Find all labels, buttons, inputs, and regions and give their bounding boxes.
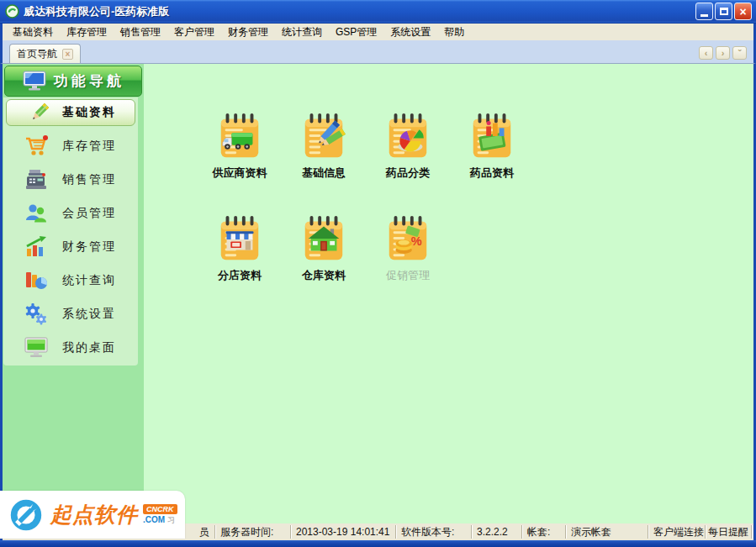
window-controls: × <box>695 3 752 20</box>
main-icon-promotion[interactable]: % 促销管理 <box>366 214 450 283</box>
app-logo-icon <box>5 4 19 18</box>
monitor-icon <box>22 71 47 92</box>
main-icon-supplier-data[interactable]: 供应商资料 <box>198 112 282 181</box>
sidebar-header-label: 功能导航 <box>54 71 124 91</box>
menu-bar: 基础资料 库存管理 销售管理 客户管理 财务管理 统计查询 GSP管理 系统设置… <box>0 24 756 40</box>
sidebar-item-statistics[interactable]: 统计查询 <box>3 264 138 297</box>
app-icon-label: 仓库资料 <box>302 268 346 283</box>
tab-bar: 首页导航 × ‹ › ˇ <box>0 40 756 64</box>
cart-icon <box>24 134 49 158</box>
drug-data-chart-icon <box>468 112 516 160</box>
minimize-icon <box>700 14 708 17</box>
sidebar-item-sales[interactable]: 销售管理 <box>3 163 138 197</box>
app-icon-label: 供应商资料 <box>213 166 267 181</box>
promotion-coins-icon: % <box>383 214 432 263</box>
title-bar: 威达科技有限公司-医药标准版 × <box>0 0 756 24</box>
watermark-badge: CNCRK .COM 习 <box>143 504 177 526</box>
tab-list-dropdown-button[interactable]: ˇ <box>732 46 747 60</box>
icon-row-1: 供应商资料 <box>198 112 753 181</box>
gears-icon <box>24 302 49 326</box>
sidebar-item-label: 财务管理 <box>62 239 116 255</box>
tab-close-icon[interactable]: × <box>62 49 73 60</box>
status-version-value: 3.2.2.2 <box>471 525 521 539</box>
svg-text:%: % <box>411 234 422 248</box>
sidebar-item-system-settings[interactable]: 系统设置 <box>3 297 138 331</box>
menu-item-system-settings[interactable]: 系统设置 <box>383 24 437 41</box>
watermark-badge-bottom: .COM 习 <box>143 515 175 526</box>
members-icon <box>24 202 49 225</box>
app-icon-label: 药品分类 <box>386 166 430 181</box>
tab-scroll-left-button[interactable]: ‹ <box>699 46 713 60</box>
maximize-button[interactable] <box>715 3 732 20</box>
sidebar-header: 功能导航 <box>4 66 142 97</box>
sidebar-item-my-desktop[interactable]: 我的桌面 <box>3 331 138 365</box>
window-bottom-border <box>0 540 756 547</box>
app-icon-label: 促销管理 <box>386 268 430 283</box>
close-button[interactable]: × <box>734 3 752 20</box>
sidebar-item-label: 库存管理 <box>62 139 116 154</box>
icon-row-2: 分店资料 仓库资料 <box>198 214 753 283</box>
sidebar-item-inventory[interactable]: 库存管理 <box>3 129 138 163</box>
tab-label: 首页导航 <box>17 47 57 61</box>
menu-item-finance[interactable]: 财务管理 <box>221 24 275 41</box>
close-icon: × <box>739 6 746 18</box>
menu-item-basic-data[interactable]: 基础资料 <box>6 24 60 41</box>
main-icon-warehouse-data[interactable]: 仓库资料 <box>282 214 366 283</box>
sidebar-item-label: 统计查询 <box>62 273 116 288</box>
app-icon-label: 分店资料 <box>218 268 262 283</box>
main-icon-drug-data[interactable]: 药品资料 <box>450 112 534 181</box>
status-overflow: 万 <box>751 525 756 539</box>
supplier-truck-icon <box>215 112 264 160</box>
watermark-overlay: 起点软件 CNCRK .COM 习 <box>0 491 185 539</box>
app-icon-label: 药品资料 <box>470 166 514 181</box>
status-account-label: 帐套: <box>521 525 565 539</box>
status-daily-reminder: 每日提醒 <box>705 525 751 539</box>
sidebar-item-basic-data[interactable]: 基础资料 <box>6 99 135 126</box>
menu-item-statistics[interactable]: 统计查询 <box>275 24 329 41</box>
status-server-time-label: 服务器时间: <box>214 525 290 539</box>
main-icon-basic-info[interactable]: 基础信息 <box>282 112 366 181</box>
menu-item-help[interactable]: 帮助 <box>437 24 471 41</box>
menu-item-sales[interactable]: 销售管理 <box>114 24 167 41</box>
sidebar-item-label: 系统设置 <box>62 307 116 322</box>
sidebar: 功能导航 基础资料 <box>3 64 144 523</box>
main-icon-drug-category[interactable]: 药品分类 <box>366 112 450 181</box>
menu-item-gsp[interactable]: GSP管理 <box>329 24 383 41</box>
sidebar-item-label: 销售管理 <box>62 172 116 187</box>
pencil-icon <box>29 102 50 124</box>
basic-info-pencils-icon <box>299 112 348 160</box>
status-version-label: 软件版本号: <box>395 525 471 539</box>
tab-nav-buttons: ‹ › ˇ <box>699 46 747 60</box>
minimize-button[interactable] <box>695 3 713 20</box>
watermark-suffix: 习 <box>167 516 175 524</box>
sidebar-item-label: 会员管理 <box>62 206 116 221</box>
status-client-connection: 客户端连接 <box>648 525 705 539</box>
stats-books-icon <box>24 269 49 292</box>
main-panel: 供应商资料 <box>144 64 753 523</box>
window-title: 威达科技有限公司-医药标准版 <box>24 4 695 19</box>
drug-category-pie-icon <box>383 112 432 160</box>
finance-chart-icon <box>24 235 49 259</box>
app-icon-label: 基础信息 <box>302 166 346 181</box>
watermark-badge-top: CNCRK <box>143 504 177 514</box>
desktop-monitor-icon <box>24 336 49 360</box>
sidebar-item-label: 我的桌面 <box>62 340 116 355</box>
cash-register-icon <box>24 168 49 192</box>
app-window: 威达科技有限公司-医药标准版 × 基础资料 库存管理 销售管理 客户管理 财务管… <box>0 0 756 547</box>
menu-item-customer[interactable]: 客户管理 <box>167 24 221 41</box>
qidian-logo-icon <box>7 496 45 534</box>
watermark-brand-text: 起点软件 <box>50 501 138 529</box>
tab-scroll-right-button[interactable]: › <box>716 46 730 60</box>
sidebar-item-finance[interactable]: 财务管理 <box>3 230 138 264</box>
sidebar-nav-panel: 基础资料 库存管理 <box>3 97 138 366</box>
status-account-value: 演示帐套 <box>565 525 648 539</box>
tab-home-navigation[interactable]: 首页导航 × <box>9 44 81 63</box>
menu-item-inventory[interactable]: 库存管理 <box>60 24 114 41</box>
main-icon-branch-data[interactable]: 分店资料 <box>198 214 282 283</box>
sidebar-item-label: 基础资料 <box>62 105 116 120</box>
branch-store-icon <box>215 214 264 263</box>
content-area: 功能导航 基础资料 <box>0 64 756 523</box>
maximize-icon <box>720 8 728 15</box>
sidebar-item-members[interactable]: 会员管理 <box>3 197 138 230</box>
warehouse-house-icon <box>299 214 348 263</box>
